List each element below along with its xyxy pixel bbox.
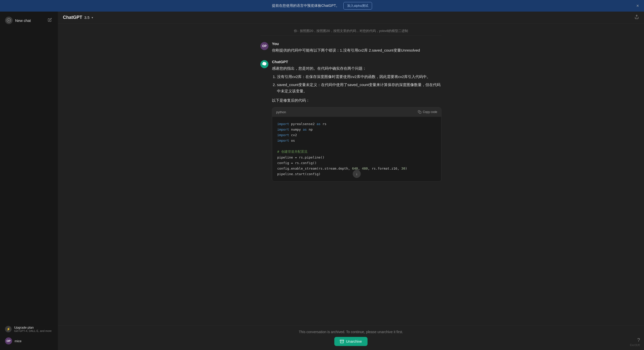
user-name: mice (15, 339, 21, 343)
upgrade-icon: ⚡ (5, 326, 12, 332)
model-name: ChatGPT (63, 15, 82, 20)
upgrade-subtitle: Get GPT-4, DALL·E, and more (14, 329, 52, 332)
sidebar-logo (5, 17, 13, 24)
alpha-button[interactable]: 加入alpha测试 (343, 2, 372, 10)
top-banner: 提前在您使用的语言中预览体验ChatGPT。 加入alpha测试 × (0, 0, 644, 12)
share-button[interactable] (634, 15, 639, 20)
banner-close-button[interactable]: × (636, 3, 639, 9)
scroll-down-button[interactable]: ↓ (353, 170, 361, 178)
svg-rect-3 (340, 340, 344, 341)
user-message-content: You 你刚提供的代码中可能有以下两个错误：1.没有引用cv2库 2.saved… (272, 42, 441, 54)
gpt-message: ChatGPT 感谢您的指出，您是对的。在代码中确实存在两个问题： 没有引用cv… (260, 60, 441, 182)
chat-area: ChatGPT 3.5 ▾ 你·· 按照图20，按照图20，按照文里的代码，对您… (58, 12, 644, 350)
code-block-header: python Copy code (272, 107, 441, 117)
help-area: ? Esc/关闭 (630, 337, 640, 347)
sidebar-footer: ⚡ Upgrade plan Get GPT-4, DALL·E, and mo… (2, 323, 56, 347)
archive-notice: This conversation is archived. To contin… (299, 330, 403, 334)
code-block: import pyrealsense2 as rs import numpy a… (272, 117, 441, 181)
user-row[interactable]: OP mice (2, 335, 56, 347)
model-selector[interactable]: ChatGPT 3.5 ▾ (63, 15, 93, 20)
code-block-wrapper: python Copy code (272, 107, 441, 182)
issue-item-1: 没有引用cv2库：在保存深度图像时需要使用cv2库中的函数，因此需要将cv2库引… (277, 74, 441, 80)
code-content: import pyrealsense2 as rs import numpy a… (277, 121, 436, 177)
edit-icon-button[interactable] (47, 17, 53, 24)
prev-message-truncated: 你·· 按照图20，按照图20，按照文里的代码，对您的代码，yolov8的模型二… (260, 29, 441, 35)
main-layout: New chat ⚡ Upgrade plan Get GPT-4, DALL·… (0, 12, 644, 350)
sidebar: New chat ⚡ Upgrade plan Get GPT-4, DALL·… (0, 12, 58, 350)
issue-item-2: saved_count变量未定义：在代码中使用了saved_count变量来计算… (277, 82, 441, 94)
banner-text: 提前在您使用的语言中预览体验ChatGPT。 (272, 4, 339, 8)
model-version: 3.5 (84, 15, 90, 20)
upgrade-text-group: Upgrade plan Get GPT-4, DALL·E, and more (14, 326, 52, 332)
upgrade-plan-item[interactable]: ⚡ Upgrade plan Get GPT-4, DALL·E, and mo… (2, 323, 56, 335)
sidebar-logo-area: New chat (5, 17, 31, 24)
upgrade-title: Upgrade plan (14, 326, 52, 329)
copy-code-button[interactable]: Copy code (418, 110, 437, 114)
gpt-message-text: 感谢您的指出，您是对的。在代码中确实存在两个问题： 没有引用cv2库：在保存深度… (272, 65, 441, 182)
chevron-down-icon: ▾ (92, 16, 93, 19)
issue-list: 没有引用cv2库：在保存深度图像时需要使用cv2库中的函数，因此需要将cv2库引… (272, 74, 441, 94)
messages-container: 你·· 按照图20，按照图20，按照文里的代码，对您的代码，yolov8的模型二… (58, 24, 644, 326)
user-message: OP You 你刚提供的代码中可能有以下两个错误：1.没有引用cv2库 2.sa… (260, 42, 441, 54)
gpt-message-content: ChatGPT 感谢您的指出，您是对的。在代码中确实存在两个问题： 没有引用cv… (272, 60, 441, 182)
user-message-text: 你刚提供的代码中可能有以下两个错误：1.没有引用cv2库 2.saved_cou… (272, 47, 441, 54)
gpt-sender-label: ChatGPT (272, 60, 441, 64)
messages-inner: 你·· 按照图20，按照图20，按照文里的代码，对您的代码，yolov8的模型二… (255, 29, 447, 182)
svg-rect-2 (419, 111, 421, 113)
code-lang-label: python (276, 109, 286, 115)
chat-header: ChatGPT 3.5 ▾ (58, 12, 644, 24)
bottom-text: Esc/关闭 (630, 343, 640, 347)
user-avatar-msg: OP (260, 42, 268, 50)
user-sender-label: You (272, 42, 441, 46)
chat-bottom: This conversation is archived. To contin… (58, 326, 644, 350)
new-chat-label: New chat (15, 18, 31, 23)
user-avatar: OP (5, 337, 12, 344)
sidebar-header: New chat (2, 15, 56, 26)
gpt-avatar-msg (260, 60, 268, 68)
help-button[interactable]: ? (637, 337, 640, 343)
unarchive-button[interactable]: Unarchive (334, 337, 367, 346)
